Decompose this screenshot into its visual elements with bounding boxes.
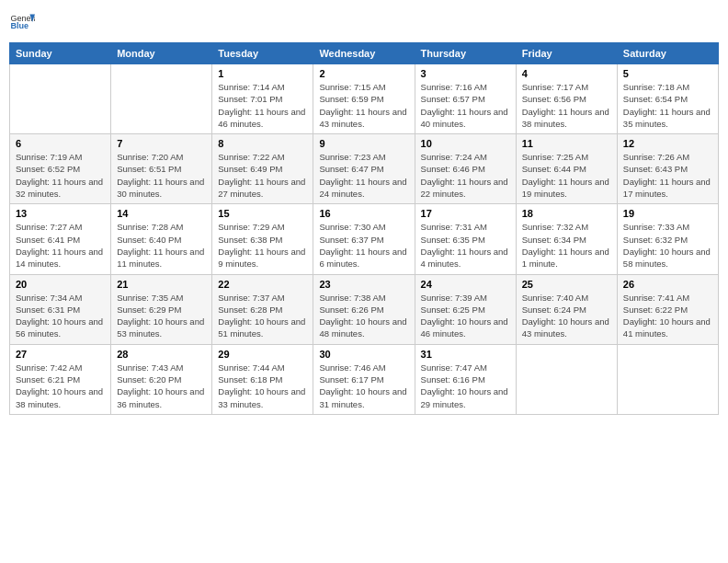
day-info: Sunrise: 7:17 AM Sunset: 6:56 PM Dayligh… [522,81,611,130]
day-info: Sunrise: 7:20 AM Sunset: 6:51 PM Dayligh… [117,151,206,200]
calendar-cell: 29Sunrise: 7:44 AM Sunset: 6:18 PM Dayli… [212,344,313,414]
weekday-header-sunday: Sunday [10,43,111,64]
day-number: 12 [623,138,712,149]
day-number: 31 [421,349,510,360]
day-number: 3 [421,68,510,79]
day-number: 13 [16,208,105,219]
calendar-week-3: 13Sunrise: 7:27 AM Sunset: 6:41 PM Dayli… [10,204,719,274]
day-number: 28 [117,349,206,360]
day-number: 9 [319,138,408,149]
calendar-cell: 22Sunrise: 7:37 AM Sunset: 6:28 PM Dayli… [212,274,313,344]
day-info: Sunrise: 7:15 AM Sunset: 6:59 PM Dayligh… [319,81,408,130]
calendar-cell: 11Sunrise: 7:25 AM Sunset: 6:44 PM Dayli… [516,134,617,204]
calendar-week-2: 6Sunrise: 7:19 AM Sunset: 6:52 PM Daylig… [10,134,719,204]
weekday-header-thursday: Thursday [415,43,516,64]
calendar-cell: 21Sunrise: 7:35 AM Sunset: 6:29 PM Dayli… [111,274,212,344]
calendar-cell: 19Sunrise: 7:33 AM Sunset: 6:32 PM Dayli… [617,204,718,274]
day-number: 19 [623,208,712,219]
day-number: 11 [522,138,611,149]
day-info: Sunrise: 7:42 AM Sunset: 6:21 PM Dayligh… [16,362,105,410]
day-info: Sunrise: 7:14 AM Sunset: 7:01 PM Dayligh… [218,81,307,130]
page-header: General Blue [9,9,719,35]
day-number: 8 [218,138,307,149]
day-info: Sunrise: 7:39 AM Sunset: 6:25 PM Dayligh… [421,292,510,340]
calendar-cell: 10Sunrise: 7:24 AM Sunset: 6:46 PM Dayli… [415,134,516,204]
day-info: Sunrise: 7:47 AM Sunset: 6:16 PM Dayligh… [421,362,510,410]
day-info: Sunrise: 7:30 AM Sunset: 6:37 PM Dayligh… [319,221,408,270]
day-number: 2 [319,68,408,79]
day-info: Sunrise: 7:23 AM Sunset: 6:47 PM Dayligh… [319,151,408,200]
day-info: Sunrise: 7:34 AM Sunset: 6:31 PM Dayligh… [16,292,105,340]
calendar-cell: 30Sunrise: 7:46 AM Sunset: 6:17 PM Dayli… [313,344,415,414]
day-info: Sunrise: 7:37 AM Sunset: 6:28 PM Dayligh… [218,292,307,340]
calendar-cell: 4Sunrise: 7:17 AM Sunset: 6:56 PM Daylig… [516,64,617,134]
calendar-cell: 13Sunrise: 7:27 AM Sunset: 6:41 PM Dayli… [10,204,111,274]
day-info: Sunrise: 7:41 AM Sunset: 6:22 PM Dayligh… [623,292,712,340]
day-number: 16 [319,208,408,219]
day-info: Sunrise: 7:28 AM Sunset: 6:40 PM Dayligh… [117,221,206,270]
logo-icon: General Blue [9,9,35,35]
calendar-cell: 25Sunrise: 7:40 AM Sunset: 6:24 PM Dayli… [516,274,617,344]
day-number: 17 [421,208,510,219]
day-number: 18 [522,208,611,219]
day-info: Sunrise: 7:25 AM Sunset: 6:44 PM Dayligh… [522,151,611,200]
calendar-cell: 15Sunrise: 7:29 AM Sunset: 6:38 PM Dayli… [212,204,313,274]
calendar-cell: 23Sunrise: 7:38 AM Sunset: 6:26 PM Dayli… [313,274,415,344]
day-info: Sunrise: 7:35 AM Sunset: 6:29 PM Dayligh… [117,292,206,340]
day-info: Sunrise: 7:38 AM Sunset: 6:26 PM Dayligh… [319,292,408,340]
calendar-cell: 6Sunrise: 7:19 AM Sunset: 6:52 PM Daylig… [10,134,111,204]
calendar-week-5: 27Sunrise: 7:42 AM Sunset: 6:21 PM Dayli… [10,344,719,414]
day-info: Sunrise: 7:32 AM Sunset: 6:34 PM Dayligh… [522,221,611,270]
day-number: 6 [16,138,105,149]
calendar-cell: 12Sunrise: 7:26 AM Sunset: 6:43 PM Dayli… [617,134,718,204]
calendar-cell: 17Sunrise: 7:31 AM Sunset: 6:35 PM Dayli… [415,204,516,274]
calendar-cell: 16Sunrise: 7:30 AM Sunset: 6:37 PM Dayli… [313,204,415,274]
calendar-cell: 14Sunrise: 7:28 AM Sunset: 6:40 PM Dayli… [111,204,212,274]
weekday-header-tuesday: Tuesday [212,43,313,64]
day-number: 15 [218,208,307,219]
calendar-week-1: 1Sunrise: 7:14 AM Sunset: 7:01 PM Daylig… [10,64,719,134]
day-number: 23 [319,279,408,290]
calendar-cell: 20Sunrise: 7:34 AM Sunset: 6:31 PM Dayli… [10,274,111,344]
day-info: Sunrise: 7:22 AM Sunset: 6:49 PM Dayligh… [218,151,307,200]
day-info: Sunrise: 7:33 AM Sunset: 6:32 PM Dayligh… [623,221,712,270]
day-number: 26 [623,279,712,290]
calendar-cell: 24Sunrise: 7:39 AM Sunset: 6:25 PM Dayli… [415,274,516,344]
calendar-cell: 18Sunrise: 7:32 AM Sunset: 6:34 PM Dayli… [516,204,617,274]
calendar-cell: 7Sunrise: 7:20 AM Sunset: 6:51 PM Daylig… [111,134,212,204]
day-info: Sunrise: 7:19 AM Sunset: 6:52 PM Dayligh… [16,151,105,200]
day-number: 24 [421,279,510,290]
day-number: 29 [218,349,307,360]
day-info: Sunrise: 7:31 AM Sunset: 6:35 PM Dayligh… [421,221,510,270]
day-info: Sunrise: 7:46 AM Sunset: 6:17 PM Dayligh… [319,362,408,410]
day-number: 22 [218,279,307,290]
calendar-cell: 31Sunrise: 7:47 AM Sunset: 6:16 PM Dayli… [415,344,516,414]
day-number: 30 [319,349,408,360]
day-number: 10 [421,138,510,149]
day-info: Sunrise: 7:43 AM Sunset: 6:20 PM Dayligh… [117,362,206,410]
day-number: 27 [16,349,105,360]
weekday-header-friday: Friday [516,43,617,64]
day-info: Sunrise: 7:29 AM Sunset: 6:38 PM Dayligh… [218,221,307,270]
day-number: 1 [218,68,307,79]
calendar-cell [10,64,111,134]
svg-text:Blue: Blue [10,21,28,30]
day-info: Sunrise: 7:26 AM Sunset: 6:43 PM Dayligh… [623,151,712,200]
calendar-cell: 28Sunrise: 7:43 AM Sunset: 6:20 PM Dayli… [111,344,212,414]
calendar-cell: 2Sunrise: 7:15 AM Sunset: 6:59 PM Daylig… [313,64,415,134]
day-info: Sunrise: 7:18 AM Sunset: 6:54 PM Dayligh… [623,81,712,130]
weekday-header-saturday: Saturday [617,43,718,64]
weekday-header-wednesday: Wednesday [313,43,415,64]
day-number: 5 [623,68,712,79]
day-info: Sunrise: 7:44 AM Sunset: 6:18 PM Dayligh… [218,362,307,410]
calendar-cell: 1Sunrise: 7:14 AM Sunset: 7:01 PM Daylig… [212,64,313,134]
calendar-cell [111,64,212,134]
day-number: 14 [117,208,206,219]
day-number: 25 [522,279,611,290]
calendar-cell: 26Sunrise: 7:41 AM Sunset: 6:22 PM Dayli… [617,274,718,344]
calendar-cell: 8Sunrise: 7:22 AM Sunset: 6:49 PM Daylig… [212,134,313,204]
day-number: 21 [117,279,206,290]
logo: General Blue [9,9,35,35]
calendar-week-4: 20Sunrise: 7:34 AM Sunset: 6:31 PM Dayli… [10,274,719,344]
day-number: 4 [522,68,611,79]
